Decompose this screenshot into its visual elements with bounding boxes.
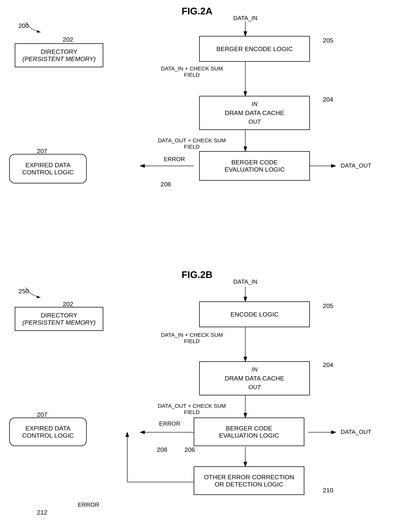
ref-205-2b: 205 (323, 302, 333, 310)
box-directory-line1-2b: DIRECTORY (22, 312, 96, 319)
berger-eval-line1-2b: BERGER CODE (219, 425, 279, 432)
box-dram-cache-2a: IN DRAM DATA CACHE OUT (199, 96, 310, 130)
dram-in-label-2a: IN (225, 101, 284, 107)
box-dram-cache-2b: IN DRAM DATA CACHE OUT (199, 361, 310, 395)
box-directory-line1-2a: DIRECTORY (22, 48, 96, 55)
ref-207-2b: 207 (37, 411, 47, 418)
berger-eval-line2-2b: EVALUATION LOGIC (219, 432, 279, 439)
error-label-2b-bottom: ERROR (74, 501, 103, 508)
box-directory-line2-2a: (PERSISTENT MEMORY) (22, 55, 96, 62)
expired-line1-2a: EXPIRED DATA (22, 161, 74, 169)
ref-206-2b: 206 (184, 446, 195, 453)
fig2b-title: FIG.2B (0, 269, 394, 280)
ref-204-2b: 204 (323, 361, 333, 368)
data-out-checksum-2a: DATA_OUT + CHECK SUM FIELD (157, 137, 227, 150)
ref-202-2b: 202 (63, 301, 73, 308)
data-in-label-2b: DATA_IN (227, 278, 264, 285)
expired-line1-2b: EXPIRED DATA (22, 425, 74, 432)
data-out-checksum-2b: DATA_OUT + CHECK SUM FIELD (157, 403, 227, 415)
box-expired-2a: EXPIRED DATA CONTROL LOGIC (9, 154, 87, 184)
encode-label-2b: ENCODE LOGIC (231, 311, 279, 318)
box-directory-line2-2b: (PERSISTENT MEMORY) (22, 319, 96, 326)
box-berger-eval-2b: BERGER CODE EVALUATION LOGIC (194, 418, 304, 446)
ref-202-2a: 202 (63, 36, 73, 43)
expired-line2-2a: CONTROL LOGIC (22, 169, 74, 176)
ref-208-2a: 208 (161, 181, 171, 188)
data-out-label-2b: DATA_OUT (337, 429, 374, 435)
dram-out-label-2a: OUT (225, 118, 284, 125)
ref-205-2a: 205 (323, 37, 333, 44)
other-error-line1-2b: OTHER ERROR CORRECTION (204, 474, 294, 481)
other-error-line2-2b: OR DETECTION LOGIC (204, 481, 294, 488)
berger-eval-line2-2a: EVALUATION LOGIC (224, 166, 285, 173)
box-berger-encode-label: BERGER ENCODE LOGIC (216, 45, 293, 52)
dram-cache-label-2a: DRAM DATA CACHE (225, 109, 284, 117)
error-label-2b-top: ERROR (155, 420, 184, 427)
expired-line2-2b: CONTROL LOGIC (22, 432, 74, 439)
ref-212-2b: 212 (37, 509, 47, 516)
box-berger-eval-2a: BERGER CODE EVALUATION LOGIC (199, 151, 310, 181)
ref-210-2b: 210 (323, 487, 333, 494)
error-label-2a: ERROR (161, 156, 188, 163)
box-other-error-2b: OTHER ERROR CORRECTION OR DETECTION LOGI… (194, 466, 304, 495)
data-in-checksum-2b: DATA_IN + CHECK SUM FIELD (157, 332, 227, 344)
ref-204-2a: 204 (323, 96, 333, 103)
ref-207-2a: 207 (37, 148, 47, 155)
box-expired-2b: EXPIRED DATA CONTROL LOGIC (9, 418, 87, 446)
box-directory-2b: DIRECTORY (PERSISTENT MEMORY) (15, 307, 103, 331)
berger-eval-line1-2a: BERGER CODE (224, 159, 285, 166)
fig2a-title: FIG.2A (0, 5, 394, 17)
dram-out-label-2b: OUT (225, 384, 284, 391)
dram-in-label-2b: IN (225, 366, 284, 373)
data-in-checksum-2a: DATA_IN + CHECK SUM FIELD (157, 66, 227, 78)
data-in-label-2a: DATA_IN (227, 15, 264, 21)
ref-200-arrow (15, 18, 52, 37)
box-berger-encode: BERGER ENCODE LOGIC (199, 36, 310, 62)
ref-208-2b: 208 (157, 446, 167, 453)
dram-cache-label-2b: DRAM DATA CACHE (225, 375, 284, 382)
diagram-container: FIG.2A 200 202 DIRECTORY (PERSISTENT MEM… (0, 0, 394, 532)
ref-250-arrow (15, 284, 52, 302)
arrows-svg (0, 0, 394, 532)
data-out-label-2a: DATA_OUT (337, 162, 374, 169)
box-directory-2a: DIRECTORY (PERSISTENT MEMORY) (15, 43, 103, 67)
box-encode-2b: ENCODE LOGIC (199, 301, 310, 327)
